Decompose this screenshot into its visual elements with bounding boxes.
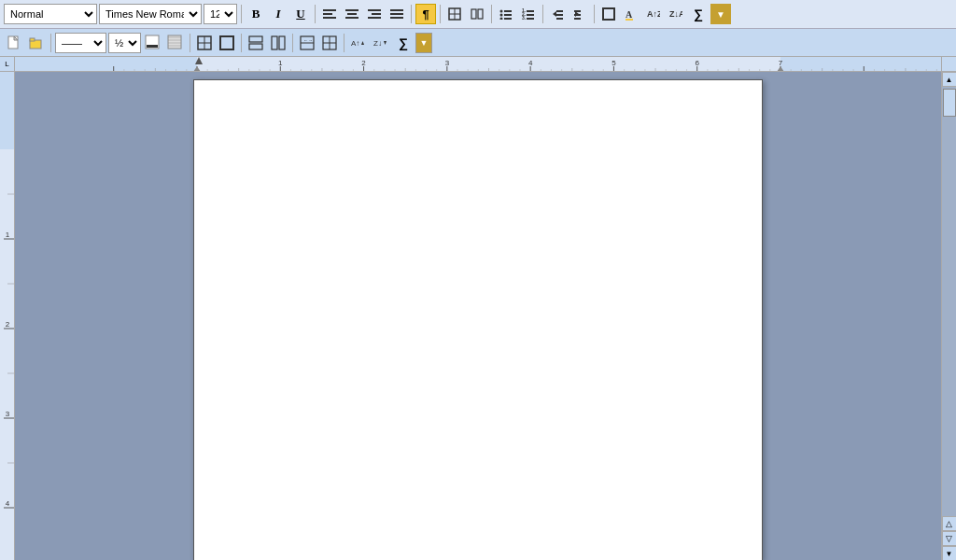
svg-point-21 (500, 18, 503, 21)
svg-rect-56 (220, 36, 233, 49)
increase-indent-button[interactable] (569, 4, 590, 24)
svg-rect-36 (574, 18, 581, 20)
align-left-button[interactable] (319, 4, 340, 24)
separator-2 (315, 5, 316, 23)
svg-rect-31 (556, 14, 563, 16)
underline-button[interactable]: U (290, 4, 311, 24)
align-justify-button[interactable] (387, 4, 407, 24)
horizontal-ruler[interactable] (15, 57, 941, 72)
fraction-dropdown[interactable]: ½ (108, 33, 141, 53)
sort-asc-small-icon: A↑ (351, 35, 366, 50)
svg-rect-58 (249, 44, 262, 49)
scroll-page-down-button[interactable]: ▽ (942, 531, 957, 546)
font-size-dropdown[interactable]: 12 (204, 4, 237, 24)
shading-button[interactable] (165, 33, 186, 53)
sigma-button[interactable]: ∑ (393, 33, 414, 53)
svg-point-17 (500, 10, 503, 13)
svg-rect-1 (323, 13, 332, 15)
svg-rect-7 (372, 13, 381, 15)
scroll-up-button[interactable]: ▲ (942, 72, 957, 87)
sort-desc-small-icon: Z↓ (373, 35, 388, 50)
scroll-track[interactable] (942, 87, 957, 516)
decrease-indent-button[interactable] (547, 4, 568, 24)
scroll-page-up-button[interactable]: △ (942, 516, 957, 531)
style-dropdown[interactable]: Normal (4, 4, 97, 24)
open-button[interactable] (26, 33, 47, 53)
svg-rect-26 (527, 14, 534, 16)
svg-rect-22 (504, 18, 512, 20)
bullet-list-button[interactable] (496, 4, 516, 24)
svg-marker-68 (361, 41, 364, 45)
svg-text:Z↓: Z↓ (373, 39, 382, 48)
align-right-button[interactable] (364, 4, 385, 24)
bold-button[interactable]: B (246, 4, 266, 24)
line-color-icon (144, 34, 162, 52)
align-center-button[interactable] (342, 4, 362, 24)
sort-descending-icon: Z↓A (669, 7, 682, 21)
separator-t2-3 (241, 34, 242, 52)
sort-ascending-button[interactable]: A↑Z (643, 4, 664, 24)
sum-button[interactable]: ∑ (688, 4, 709, 24)
svg-rect-8 (368, 17, 381, 19)
new-icon (7, 35, 21, 50)
expand-button[interactable]: ▼ (710, 4, 731, 24)
svg-rect-6 (368, 9, 381, 11)
insert-col-button[interactable] (268, 33, 288, 53)
table-button[interactable] (444, 4, 465, 24)
svg-text:3.: 3. (522, 15, 527, 20)
highlight-button[interactable]: A (621, 4, 641, 24)
columns-button[interactable] (467, 4, 487, 24)
sort-desc-small-button[interactable]: Z↓ (371, 33, 391, 53)
shading-icon (166, 34, 185, 52)
table-border-all-button[interactable] (194, 33, 215, 53)
svg-rect-39 (626, 19, 633, 21)
insert-row-button[interactable] (246, 33, 266, 53)
scrollbar-top-corner (941, 57, 956, 72)
sort-ascending-icon: A↑Z (647, 7, 660, 21)
split-cells-button[interactable] (319, 33, 340, 53)
separator-3 (411, 5, 412, 23)
italic-button[interactable]: I (268, 4, 288, 24)
toolbar2-expand-button[interactable]: ▼ (415, 33, 432, 53)
document-page[interactable] (193, 79, 763, 560)
new-button[interactable] (4, 33, 24, 53)
font-dropdown[interactable]: Times New Roman (99, 4, 202, 24)
vertical-ruler (0, 72, 15, 560)
svg-text:A↑: A↑ (351, 39, 359, 48)
decrease-indent-icon (551, 8, 564, 20)
svg-marker-29 (553, 11, 556, 17)
svg-rect-57 (249, 36, 262, 42)
show-formatting-button[interactable]: ¶ (415, 4, 436, 24)
separator-t2-5 (344, 34, 344, 52)
numbered-list-button[interactable]: 1. 2. 3. (518, 4, 539, 24)
scroll-down-button[interactable]: ▼ (942, 546, 957, 560)
separator-1 (241, 5, 242, 23)
vertical-scrollbar[interactable]: ▲ △ ▽ ▼ (941, 72, 956, 560)
bullet-list-icon (499, 8, 513, 20)
ruler-corner-label: L (5, 60, 8, 68)
sort-descending-button[interactable]: Z↓A (666, 4, 686, 24)
separator-t2-4 (292, 34, 293, 52)
document-area[interactable] (15, 72, 941, 560)
svg-rect-11 (390, 17, 403, 19)
svg-text:Z↓A: Z↓A (669, 9, 682, 19)
align-right-icon (368, 8, 381, 20)
svg-rect-5 (345, 17, 358, 19)
table-border-outer-button[interactable] (217, 33, 237, 53)
sort-asc-small-button[interactable]: A↑ (348, 33, 369, 53)
svg-rect-37 (603, 8, 614, 20)
table-border-outer-icon (218, 35, 235, 51)
border-icon (602, 7, 615, 21)
svg-rect-32 (556, 18, 563, 20)
ruler-corner[interactable]: L (0, 57, 15, 72)
scroll-thumb[interactable] (943, 89, 956, 117)
line-color-button[interactable] (143, 33, 163, 53)
separator-6 (542, 5, 543, 23)
line-style-dropdown[interactable]: —— (55, 33, 106, 53)
border-button[interactable] (598, 4, 619, 24)
svg-rect-16 (478, 9, 483, 19)
merge-cells-button[interactable]: ←→ (297, 33, 317, 53)
separator-4 (440, 5, 441, 23)
align-left-icon (323, 8, 336, 20)
align-justify-icon (390, 8, 403, 20)
